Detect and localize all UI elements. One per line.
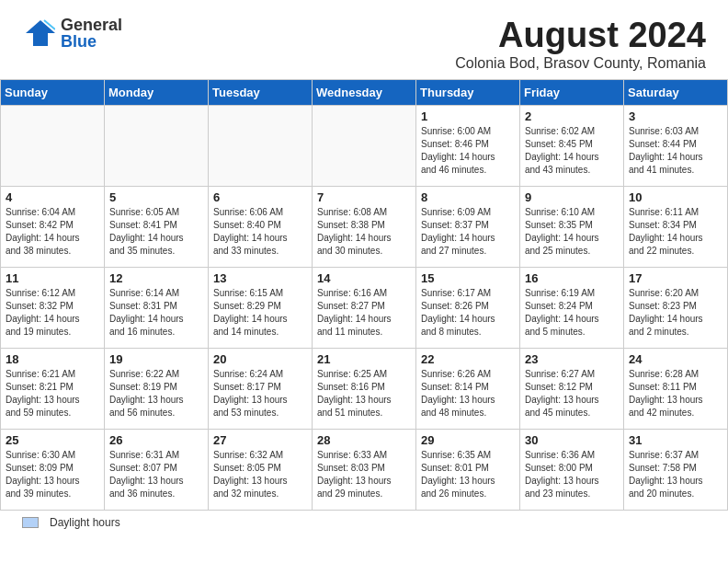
day-info: Sunrise: 6:25 AM Sunset: 8:16 PM Dayligh… — [317, 368, 411, 419]
calendar-cell: 8Sunrise: 6:09 AM Sunset: 8:37 PM Daylig… — [416, 186, 520, 267]
calendar-cell: 18Sunrise: 6:21 AM Sunset: 8:21 PM Dayli… — [1, 348, 105, 429]
weekday-header-tuesday: Tuesday — [209, 79, 313, 105]
day-info: Sunrise: 6:22 AM Sunset: 8:19 PM Dayligh… — [109, 368, 203, 419]
calendar-cell: 19Sunrise: 6:22 AM Sunset: 8:19 PM Dayli… — [105, 348, 209, 429]
day-number: 15 — [421, 271, 515, 285]
logo-text: General Blue — [61, 17, 122, 50]
day-number: 22 — [421, 352, 515, 366]
calendar-cell: 31Sunrise: 6:37 AM Sunset: 7:58 PM Dayli… — [624, 429, 728, 510]
location-subtitle: Colonia Bod, Brasov County, Romania — [455, 55, 706, 72]
calendar-row-4: 25Sunrise: 6:30 AM Sunset: 8:09 PM Dayli… — [1, 429, 728, 510]
day-number: 26 — [109, 433, 203, 447]
day-info: Sunrise: 6:26 AM Sunset: 8:14 PM Dayligh… — [421, 368, 515, 419]
day-number: 30 — [525, 433, 619, 447]
calendar-row-0: 1Sunrise: 6:00 AM Sunset: 8:46 PM Daylig… — [1, 105, 728, 186]
logo-icon — [22, 17, 55, 50]
calendar-cell: 16Sunrise: 6:19 AM Sunset: 8:24 PM Dayli… — [520, 267, 624, 348]
calendar-row-2: 11Sunrise: 6:12 AM Sunset: 8:32 PM Dayli… — [1, 267, 728, 348]
day-number: 28 — [317, 433, 411, 447]
day-info: Sunrise: 6:27 AM Sunset: 8:12 PM Dayligh… — [525, 368, 619, 419]
calendar-cell: 1Sunrise: 6:00 AM Sunset: 8:46 PM Daylig… — [416, 105, 520, 186]
weekday-header-monday: Monday — [105, 79, 209, 105]
weekday-header-sunday: Sunday — [1, 79, 105, 105]
day-number: 9 — [525, 190, 619, 204]
legend-label: Daylight hours — [50, 516, 120, 529]
calendar-cell: 12Sunrise: 6:14 AM Sunset: 8:31 PM Dayli… — [105, 267, 209, 348]
logo-blue: Blue — [61, 33, 122, 50]
day-number: 13 — [213, 271, 307, 285]
day-info: Sunrise: 6:35 AM Sunset: 8:01 PM Dayligh… — [421, 449, 515, 500]
day-info: Sunrise: 6:10 AM Sunset: 8:35 PM Dayligh… — [525, 206, 619, 258]
calendar-cell — [313, 105, 416, 186]
day-number: 16 — [525, 271, 619, 285]
day-number: 4 — [6, 190, 99, 204]
day-info: Sunrise: 6:24 AM Sunset: 8:17 PM Dayligh… — [213, 368, 307, 419]
day-info: Sunrise: 6:36 AM Sunset: 8:00 PM Dayligh… — [525, 449, 619, 500]
weekday-header-row: SundayMondayTuesdayWednesdayThursdayFrid… — [1, 79, 728, 105]
calendar-row-1: 4Sunrise: 6:04 AM Sunset: 8:42 PM Daylig… — [1, 186, 728, 267]
day-number: 6 — [213, 190, 307, 204]
calendar-cell: 14Sunrise: 6:16 AM Sunset: 8:27 PM Dayli… — [313, 267, 416, 348]
day-number: 31 — [629, 433, 722, 447]
title-block: August 2024 Colonia Bod, Brasov County, … — [455, 17, 706, 72]
day-info: Sunrise: 6:33 AM Sunset: 8:03 PM Dayligh… — [317, 449, 411, 500]
day-info: Sunrise: 6:37 AM Sunset: 7:58 PM Dayligh… — [629, 449, 722, 500]
day-info: Sunrise: 6:06 AM Sunset: 8:40 PM Dayligh… — [213, 206, 307, 258]
calendar-cell: 10Sunrise: 6:11 AM Sunset: 8:34 PM Dayli… — [624, 186, 728, 267]
calendar-cell: 25Sunrise: 6:30 AM Sunset: 8:09 PM Dayli… — [1, 429, 105, 510]
legend-box — [22, 517, 39, 528]
calendar-cell: 5Sunrise: 6:05 AM Sunset: 8:41 PM Daylig… — [105, 186, 209, 267]
day-info: Sunrise: 6:05 AM Sunset: 8:41 PM Dayligh… — [109, 206, 203, 258]
calendar-cell: 28Sunrise: 6:33 AM Sunset: 8:03 PM Dayli… — [313, 429, 416, 510]
day-number: 1 — [421, 109, 515, 123]
day-info: Sunrise: 6:12 AM Sunset: 8:32 PM Dayligh… — [6, 287, 99, 339]
day-info: Sunrise: 6:16 AM Sunset: 8:27 PM Dayligh… — [317, 287, 411, 339]
weekday-header-wednesday: Wednesday — [313, 79, 416, 105]
day-number: 29 — [421, 433, 515, 447]
day-info: Sunrise: 6:28 AM Sunset: 8:11 PM Dayligh… — [629, 368, 722, 419]
logo: General Blue — [22, 17, 122, 50]
day-number: 3 — [629, 109, 722, 123]
day-number: 24 — [629, 352, 722, 366]
calendar-cell: 27Sunrise: 6:32 AM Sunset: 8:05 PM Dayli… — [209, 429, 313, 510]
calendar-cell: 7Sunrise: 6:08 AM Sunset: 8:38 PM Daylig… — [313, 186, 416, 267]
day-number: 8 — [421, 190, 515, 204]
day-info: Sunrise: 6:14 AM Sunset: 8:31 PM Dayligh… — [109, 287, 203, 339]
day-info: Sunrise: 6:20 AM Sunset: 8:23 PM Dayligh… — [629, 287, 722, 339]
calendar-table: SundayMondayTuesdayWednesdayThursdayFrid… — [0, 79, 728, 511]
calendar-cell: 29Sunrise: 6:35 AM Sunset: 8:01 PM Dayli… — [416, 429, 520, 510]
calendar-cell: 15Sunrise: 6:17 AM Sunset: 8:26 PM Dayli… — [416, 267, 520, 348]
day-info: Sunrise: 6:19 AM Sunset: 8:24 PM Dayligh… — [525, 287, 619, 339]
day-info: Sunrise: 6:02 AM Sunset: 8:45 PM Dayligh… — [525, 125, 619, 177]
calendar-row-3: 18Sunrise: 6:21 AM Sunset: 8:21 PM Dayli… — [1, 348, 728, 429]
day-info: Sunrise: 6:17 AM Sunset: 8:26 PM Dayligh… — [421, 287, 515, 339]
calendar-cell: 26Sunrise: 6:31 AM Sunset: 8:07 PM Dayli… — [105, 429, 209, 510]
calendar-footer: Daylight hours — [0, 511, 728, 534]
calendar-cell: 21Sunrise: 6:25 AM Sunset: 8:16 PM Dayli… — [313, 348, 416, 429]
day-info: Sunrise: 6:03 AM Sunset: 8:44 PM Dayligh… — [629, 125, 722, 177]
calendar-cell: 20Sunrise: 6:24 AM Sunset: 8:17 PM Dayli… — [209, 348, 313, 429]
calendar-cell — [1, 105, 105, 186]
day-number: 5 — [109, 190, 203, 204]
day-number: 21 — [317, 352, 411, 366]
weekday-header-thursday: Thursday — [416, 79, 520, 105]
day-number: 11 — [6, 271, 99, 285]
day-number: 18 — [6, 352, 99, 366]
page-header: General Blue August 2024 Colonia Bod, Br… — [0, 0, 728, 79]
day-number: 14 — [317, 271, 411, 285]
day-number: 19 — [109, 352, 203, 366]
calendar-cell: 11Sunrise: 6:12 AM Sunset: 8:32 PM Dayli… — [1, 267, 105, 348]
day-number: 12 — [109, 271, 203, 285]
weekday-header-friday: Friday — [520, 79, 624, 105]
day-number: 27 — [213, 433, 307, 447]
day-number: 7 — [317, 190, 411, 204]
calendar-cell: 13Sunrise: 6:15 AM Sunset: 8:29 PM Dayli… — [209, 267, 313, 348]
day-info: Sunrise: 6:21 AM Sunset: 8:21 PM Dayligh… — [6, 368, 99, 419]
day-info: Sunrise: 6:15 AM Sunset: 8:29 PM Dayligh… — [213, 287, 307, 339]
day-number: 23 — [525, 352, 619, 366]
day-info: Sunrise: 6:31 AM Sunset: 8:07 PM Dayligh… — [109, 449, 203, 500]
day-info: Sunrise: 6:09 AM Sunset: 8:37 PM Dayligh… — [421, 206, 515, 258]
calendar-cell: 4Sunrise: 6:04 AM Sunset: 8:42 PM Daylig… — [1, 186, 105, 267]
weekday-header-saturday: Saturday — [624, 79, 728, 105]
day-info: Sunrise: 6:04 AM Sunset: 8:42 PM Dayligh… — [6, 206, 99, 258]
